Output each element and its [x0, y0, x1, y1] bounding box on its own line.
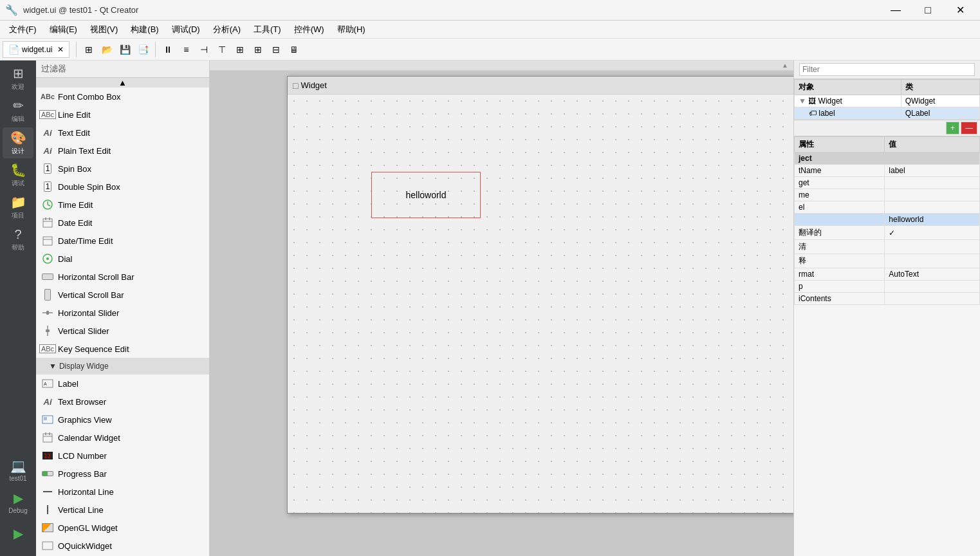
prop-value-2: [885, 177, 980, 189]
widget-item-time-edit[interactable]: Time Edit: [36, 196, 209, 214]
widget-item-opengl-widget[interactable]: OpenGL Widget: [36, 519, 209, 537]
widget-item-lcd-number[interactable]: 12 LCD Number: [36, 447, 209, 465]
table-row[interactable]: 翻译的 ✓: [795, 226, 980, 240]
sidebar-item-run[interactable]: ▶: [3, 519, 33, 550]
add-property-button[interactable]: +: [946, 122, 959, 134]
text-edit-icon: Ai: [41, 126, 54, 139]
toolbar-align-h[interactable]: ⊣: [196, 41, 212, 58]
double-spin-box-icon: 1: [41, 180, 54, 193]
widget-item-horizontal-scroll-bar[interactable]: Horizontal Scroll Bar: [36, 268, 209, 286]
menu-help[interactable]: 帮助(H): [331, 21, 372, 38]
widget-item-plain-text-edit[interactable]: Ai Plain Text Edit: [36, 142, 209, 160]
widget-item-horizontal-slider[interactable]: Horizontal Slider: [36, 304, 209, 322]
widget-item-graphics-view[interactable]: Graphics View: [36, 411, 209, 429]
canvas-main[interactable]: □ Widget — □ ✕ helloworld: [210, 71, 793, 556]
toolbar-grid2[interactable]: ⊞: [250, 41, 266, 58]
widget-item-datetime-edit[interactable]: Date/Time Edit: [36, 232, 209, 250]
toolbar-open[interactable]: 📂: [98, 41, 115, 58]
widget-item-vertical-line[interactable]: Vertical Line: [36, 501, 209, 519]
right-filter-input[interactable]: [799, 63, 975, 76]
toolbar-save[interactable]: 💾: [116, 41, 133, 58]
widget-item-spin-box[interactable]: 1 Spin Box: [36, 160, 209, 178]
sidebar-item-help[interactable]: ? 帮助: [3, 224, 33, 255]
maximize-button[interactable]: □: [913, 0, 943, 21]
sidebar-item-debug2[interactable]: ▶ Debug: [3, 486, 33, 517]
label-object-name: label: [818, 109, 835, 118]
widget-item-double-spin-box[interactable]: 1 Double Spin Box: [36, 178, 209, 196]
menu-tools[interactable]: 工具(T): [247, 21, 288, 38]
file-tab[interactable]: 📄 widget.ui ✕: [3, 41, 69, 58]
prop-name-format: rmat: [795, 268, 885, 281]
table-row[interactable]: get: [795, 177, 980, 189]
menu-view[interactable]: 视图(V): [84, 21, 124, 38]
sidebar-item-debug[interactable]: 🐛 调试: [3, 160, 33, 190]
toolbar-grid[interactable]: ⊞: [232, 41, 248, 58]
toolbar-pause[interactable]: ⏸: [160, 41, 176, 58]
widget-item-dial[interactable]: Dial: [36, 250, 209, 268]
table-row[interactable]: ▼ 🖼 Widget QWidget: [795, 95, 980, 107]
widget-item-font-combo-box[interactable]: ABc Font Combo Box: [36, 88, 209, 106]
file-close-btn[interactable]: ✕: [57, 45, 64, 54]
widget-item-oquick-widget[interactable]: OQuickWidget: [36, 537, 209, 555]
toolbar-align-v[interactable]: ⊤: [214, 41, 230, 58]
close-button[interactable]: ✕: [945, 0, 975, 21]
table-row[interactable]: p: [795, 281, 980, 293]
widget-item-text-edit[interactable]: Ai Text Edit: [36, 124, 209, 142]
widget-item-horizontal-slider-label: Horizontal Slider: [58, 308, 119, 318]
widget-item-label[interactable]: A Label: [36, 375, 209, 393]
widget-item-key-sequence-edit-label: Key Sequence Edit: [58, 344, 129, 354]
remove-property-button[interactable]: —: [961, 122, 977, 134]
table-row[interactable]: tName label: [795, 165, 980, 177]
table-row[interactable]: 🏷 label QLabel: [795, 107, 980, 120]
sidebar-item-project-label: 项目: [12, 211, 24, 220]
widget-item-vertical-scroll-bar[interactable]: Vertical Scroll Bar: [36, 286, 209, 304]
svg-rect-14: [46, 329, 50, 332]
widget-item-line-edit[interactable]: ABc Line Edit: [36, 106, 209, 124]
scroll-up-indicator[interactable]: ▲: [36, 78, 209, 88]
sidebar-item-welcome[interactable]: ⊞ 欢迎: [3, 63, 33, 94]
widget-item-key-sequence-edit[interactable]: ABc Key Sequence Edit: [36, 340, 209, 358]
menu-build[interactable]: 构建(B): [124, 21, 165, 38]
widget-item-progress-bar[interactable]: Progress Bar: [36, 465, 209, 483]
toolbar-list[interactable]: ≡: [178, 41, 194, 58]
menu-analyze[interactable]: 分析(A): [207, 21, 247, 38]
toolbar-save-all[interactable]: 📑: [134, 41, 151, 58]
table-row[interactable]: rmat AutoText: [795, 268, 980, 281]
table-row[interactable]: 释: [795, 254, 980, 268]
prop-header-value: 值: [885, 137, 980, 153]
label-widget[interactable]: helloworld: [371, 172, 481, 218]
table-row[interactable]: 清: [795, 240, 980, 254]
widget-content[interactable]: helloworld: [288, 95, 793, 513]
widget-item-text-edit-label: Text Edit: [58, 128, 90, 138]
object-name-label: 🏷 label: [795, 107, 901, 120]
sidebar-item-project[interactable]: 📁 项目: [3, 192, 33, 223]
table-row[interactable]: helloworld: [795, 214, 980, 226]
prop-section-object: ject: [795, 153, 980, 165]
svg-rect-19: [43, 434, 52, 442]
widget-item-lcd-number-label: LCD Number: [58, 451, 107, 461]
table-row[interactable]: iContents: [795, 293, 980, 305]
sidebar-item-design[interactable]: 🎨 设计: [3, 127, 33, 158]
table-row[interactable]: el: [795, 201, 980, 214]
widget-item-double-spin-box-label: Double Spin Box: [58, 182, 120, 192]
sidebar-item-edit[interactable]: ✏ 编辑: [3, 95, 33, 126]
sidebar-item-test01[interactable]: 💻 test01: [3, 454, 33, 485]
widget-item-calendar-widget[interactable]: Calendar Widget: [36, 429, 209, 447]
widget-item-vertical-slider[interactable]: Vertical Slider: [36, 322, 209, 340]
menu-controls[interactable]: 控件(W): [288, 21, 331, 38]
canvas-scroll-top[interactable]: ▲: [210, 60, 793, 71]
menu-edit[interactable]: 编辑(E): [43, 21, 84, 38]
toolbar-new[interactable]: ⊞: [80, 41, 97, 58]
widget-item-date-edit[interactable]: Date Edit: [36, 214, 209, 232]
widget-item-vertical-slider-label: Vertical Slider: [58, 326, 109, 336]
toolbar-monitor[interactable]: 🖥: [286, 41, 302, 58]
widget-item-text-browser[interactable]: Ai Text Browser: [36, 393, 209, 411]
menu-debug[interactable]: 调试(D): [165, 21, 207, 38]
minimize-button[interactable]: —: [881, 0, 911, 21]
toolbar-table[interactable]: ⊟: [268, 41, 284, 58]
widget-item-horizontal-line[interactable]: Horizontal Line: [36, 483, 209, 501]
table-row[interactable]: me: [795, 189, 980, 201]
display-widgets-section[interactable]: ▼ Display Widge: [36, 358, 209, 375]
menu-file[interactable]: 文件(F): [3, 21, 43, 38]
filter-bar: 过滤器: [36, 60, 209, 78]
